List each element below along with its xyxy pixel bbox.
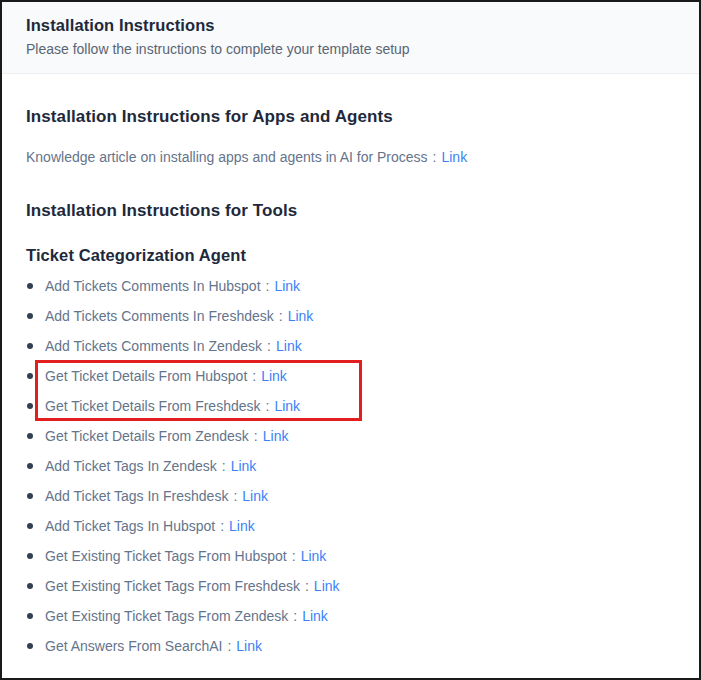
tools-link-list: Add Tickets Comments In Hubspot:LinkAdd … — [26, 271, 675, 661]
list-item: Get Ticket Details From Zendesk:Link — [26, 421, 675, 451]
separator: : — [227, 638, 231, 654]
separator: : — [252, 368, 256, 384]
item-label: Get Existing Ticket Tags From Hubspot — [45, 548, 287, 564]
item-label: Get Existing Ticket Tags From Freshdesk — [45, 578, 300, 594]
knowledge-article-line: Knowledge article on installing apps and… — [26, 149, 675, 166]
bullet-icon — [27, 463, 33, 469]
bullet-icon — [27, 433, 33, 439]
knowledge-article-label: Knowledge article on installing apps and… — [26, 149, 428, 165]
separator: : — [267, 338, 271, 354]
bullet-icon — [27, 373, 33, 379]
bullet-icon — [27, 523, 33, 529]
panel-header: Installation Instructions Please follow … — [2, 2, 699, 74]
item-link[interactable]: Link — [263, 428, 289, 444]
separator: : — [279, 308, 283, 324]
page-subtitle: Please follow the instructions to comple… — [26, 41, 675, 57]
knowledge-article-link[interactable]: Link — [441, 149, 467, 165]
item-link[interactable]: Link — [229, 518, 255, 534]
bullet-icon — [27, 283, 33, 289]
item-label: Get Ticket Details From Freshdesk — [45, 398, 261, 414]
item-link[interactable]: Link — [236, 638, 262, 654]
separator: : — [254, 428, 258, 444]
item-link[interactable]: Link — [274, 278, 300, 294]
item-label: Add Tickets Comments In Freshdesk — [45, 308, 274, 324]
list-item: Add Tickets Comments In Hubspot:Link — [26, 271, 675, 301]
item-link[interactable]: Link — [242, 488, 268, 504]
item-label: Add Tickets Comments In Hubspot — [45, 278, 261, 294]
section-heading-tools: Installation Instructions for Tools — [26, 200, 675, 222]
item-label: Get Answers From SearchAI — [45, 638, 222, 654]
list-item: Add Tickets Comments In Freshdesk:Link — [26, 301, 675, 331]
item-label: Get Existing Ticket Tags From Zendesk — [45, 608, 288, 624]
item-label: Add Tickets Comments In Zendesk — [45, 338, 262, 354]
item-link[interactable]: Link — [302, 608, 328, 624]
item-link[interactable]: Link — [288, 308, 314, 324]
separator: : — [293, 608, 297, 624]
item-label: Get Ticket Details From Hubspot — [45, 368, 247, 384]
item-link[interactable]: Link — [231, 458, 257, 474]
list-item: Add Ticket Tags In Zendesk:Link — [26, 451, 675, 481]
list-item: Get Answers From SearchAI:Link — [26, 631, 675, 661]
list-item: Get Existing Ticket Tags From Hubspot:Li… — [26, 541, 675, 571]
installation-instructions-panel: Installation Instructions Please follow … — [0, 0, 701, 680]
bullet-icon — [27, 493, 33, 499]
bullet-icon — [27, 553, 33, 559]
separator: : — [266, 278, 270, 294]
list-item: Get Existing Ticket Tags From Freshdesk:… — [26, 571, 675, 601]
section-heading-apps-agents: Installation Instructions for Apps and A… — [26, 106, 675, 128]
bullet-icon — [27, 643, 33, 649]
list-item: Get Ticket Details From Freshdesk:Link — [26, 391, 675, 421]
item-label: Add Ticket Tags In Hubspot — [45, 518, 215, 534]
list-item: Get Existing Ticket Tags From Zendesk:Li… — [26, 601, 675, 631]
list-item: Add Tickets Comments In Zendesk:Link — [26, 331, 675, 361]
panel-body: Installation Instructions for Apps and A… — [2, 106, 699, 661]
list-item: Add Ticket Tags In Freshdesk:Link — [26, 481, 675, 511]
list-item: Add Ticket Tags In Hubspot:Link — [26, 511, 675, 541]
item-label: Add Ticket Tags In Zendesk — [45, 458, 217, 474]
separator: : — [292, 548, 296, 564]
list-item: Get Ticket Details From Hubspot:Link — [26, 361, 675, 391]
bullet-icon — [27, 613, 33, 619]
page-title: Installation Instructions — [26, 16, 675, 35]
bullet-icon — [27, 313, 33, 319]
separator: : — [305, 578, 309, 594]
bullet-icon — [27, 583, 33, 589]
agent-heading: Ticket Categorization Agent — [26, 245, 675, 266]
item-label: Add Ticket Tags In Freshdesk — [45, 488, 228, 504]
item-link[interactable]: Link — [274, 398, 300, 414]
item-link[interactable]: Link — [314, 578, 340, 594]
bullet-icon — [27, 403, 33, 409]
item-link[interactable]: Link — [261, 368, 287, 384]
bullet-icon — [27, 343, 33, 349]
separator: : — [266, 398, 270, 414]
separator: : — [222, 458, 226, 474]
separator: : — [220, 518, 224, 534]
separator: : — [433, 149, 437, 165]
separator: : — [233, 488, 237, 504]
item-link[interactable]: Link — [276, 338, 302, 354]
item-label: Get Ticket Details From Zendesk — [45, 428, 249, 444]
item-link[interactable]: Link — [301, 548, 327, 564]
